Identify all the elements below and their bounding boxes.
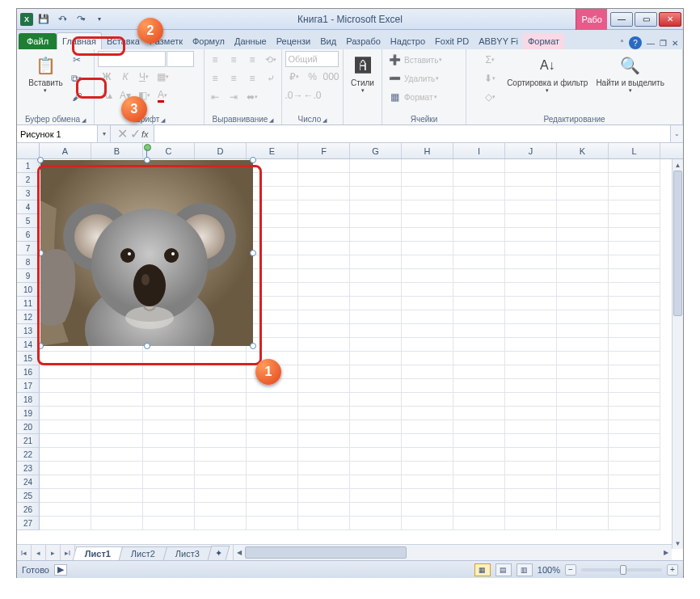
- row-header[interactable]: 24: [17, 475, 40, 489]
- cell[interactable]: [609, 365, 660, 379]
- cell[interactable]: [298, 297, 350, 310]
- cell[interactable]: [195, 462, 247, 475]
- cell[interactable]: [298, 228, 350, 242]
- cell[interactable]: [609, 352, 660, 365]
- cell[interactable]: [402, 517, 453, 530]
- cell[interactable]: [247, 393, 298, 407]
- cell[interactable]: [247, 173, 298, 187]
- cell[interactable]: [453, 173, 505, 187]
- cell[interactable]: [505, 159, 557, 173]
- cell[interactable]: [91, 517, 143, 530]
- cell[interactable]: [609, 283, 660, 297]
- copy-icon[interactable]: ⧉▾: [68, 70, 86, 87]
- cell[interactable]: [609, 173, 660, 187]
- cell[interactable]: [505, 503, 557, 517]
- scroll-up-icon[interactable]: ▲: [673, 159, 683, 171]
- tab-file[interactable]: Файл: [19, 33, 57, 49]
- sheet-tab[interactable]: Лист3: [163, 546, 213, 560]
- cell[interactable]: [298, 365, 350, 379]
- cell[interactable]: [557, 297, 609, 310]
- cell[interactable]: [402, 503, 453, 517]
- cell[interactable]: [195, 365, 247, 379]
- tab-picture-format[interactable]: Формат: [523, 33, 564, 49]
- cell[interactable]: [453, 434, 505, 448]
- mdi-minimize-icon[interactable]: —: [647, 39, 655, 48]
- cell[interactable]: [247, 352, 298, 365]
- tab-insert[interactable]: Вставка: [102, 33, 145, 49]
- cell[interactable]: [505, 517, 557, 530]
- formula-input[interactable]: [154, 125, 670, 142]
- cell[interactable]: [350, 365, 402, 379]
- cell[interactable]: [557, 379, 609, 393]
- align-right-button[interactable]: ≡: [243, 70, 261, 87]
- cell[interactable]: [195, 448, 247, 462]
- resize-handle-e[interactable]: [250, 250, 256, 256]
- row-header[interactable]: 7: [17, 242, 40, 255]
- cell[interactable]: [505, 187, 557, 200]
- cell[interactable]: [557, 338, 609, 352]
- cell[interactable]: [557, 489, 609, 503]
- cell[interactable]: [453, 462, 505, 475]
- cell[interactable]: [609, 407, 660, 420]
- cell[interactable]: [453, 269, 505, 283]
- ribbon-minimize-icon[interactable]: ˄: [620, 39, 624, 48]
- cell[interactable]: [298, 407, 350, 420]
- cell[interactable]: [350, 407, 402, 420]
- resize-handle-ne[interactable]: [250, 157, 256, 163]
- cell[interactable]: [402, 242, 453, 255]
- cell[interactable]: [609, 379, 660, 393]
- cell[interactable]: [143, 352, 195, 365]
- fill-color-button[interactable]: ◧▾: [135, 86, 153, 104]
- cell[interactable]: [609, 214, 660, 228]
- cell[interactable]: [402, 200, 453, 214]
- cell[interactable]: [453, 159, 505, 173]
- cell[interactable]: [402, 338, 453, 352]
- cell[interactable]: [505, 269, 557, 283]
- merge-button[interactable]: ⬌▾: [243, 88, 261, 106]
- tab-formulas[interactable]: Формул: [188, 33, 230, 49]
- cell[interactable]: [402, 489, 453, 503]
- cell[interactable]: [298, 489, 350, 503]
- number-format-combo[interactable]: Общий: [285, 51, 339, 67]
- cell[interactable]: [453, 297, 505, 310]
- cell[interactable]: [557, 407, 609, 420]
- cell[interactable]: [609, 187, 660, 200]
- italic-button[interactable]: К: [116, 68, 134, 86]
- cell[interactable]: [298, 283, 350, 297]
- cell[interactable]: [40, 448, 91, 462]
- cell[interactable]: [402, 420, 453, 434]
- cell[interactable]: [453, 324, 505, 338]
- redo-icon[interactable]: ↷▾: [73, 11, 89, 27]
- cell[interactable]: [350, 297, 402, 310]
- cell[interactable]: [143, 407, 195, 420]
- cell[interactable]: [402, 379, 453, 393]
- cell[interactable]: [609, 159, 660, 173]
- row-header[interactable]: 20: [17, 420, 40, 434]
- resize-handle-nw[interactable]: [37, 157, 44, 163]
- border-button[interactable]: ▦▾: [154, 68, 171, 86]
- cell[interactable]: [143, 365, 195, 379]
- decrease-indent-button[interactable]: ⇤: [206, 88, 224, 106]
- row-header[interactable]: 3: [17, 187, 40, 200]
- column-header[interactable]: A: [40, 143, 91, 158]
- percent-button[interactable]: %: [304, 68, 322, 86]
- cell[interactable]: [350, 200, 402, 214]
- cell[interactable]: [557, 448, 609, 462]
- cell[interactable]: [298, 338, 350, 352]
- cell[interactable]: [350, 214, 402, 228]
- cell[interactable]: [609, 489, 660, 503]
- increase-indent-button[interactable]: ⇥: [225, 88, 242, 106]
- cell[interactable]: [91, 503, 143, 517]
- cell[interactable]: [40, 407, 91, 420]
- cell[interactable]: [298, 352, 350, 365]
- cell[interactable]: [350, 187, 402, 200]
- column-header[interactable]: I: [453, 143, 505, 158]
- scroll-left-icon[interactable]: ◀: [234, 545, 245, 560]
- cell[interactable]: [505, 173, 557, 187]
- cell[interactable]: [505, 420, 557, 434]
- cell[interactable]: [40, 365, 91, 379]
- cell[interactable]: [609, 475, 660, 489]
- cell[interactable]: [453, 200, 505, 214]
- cell[interactable]: [247, 379, 298, 393]
- cell[interactable]: [402, 173, 453, 187]
